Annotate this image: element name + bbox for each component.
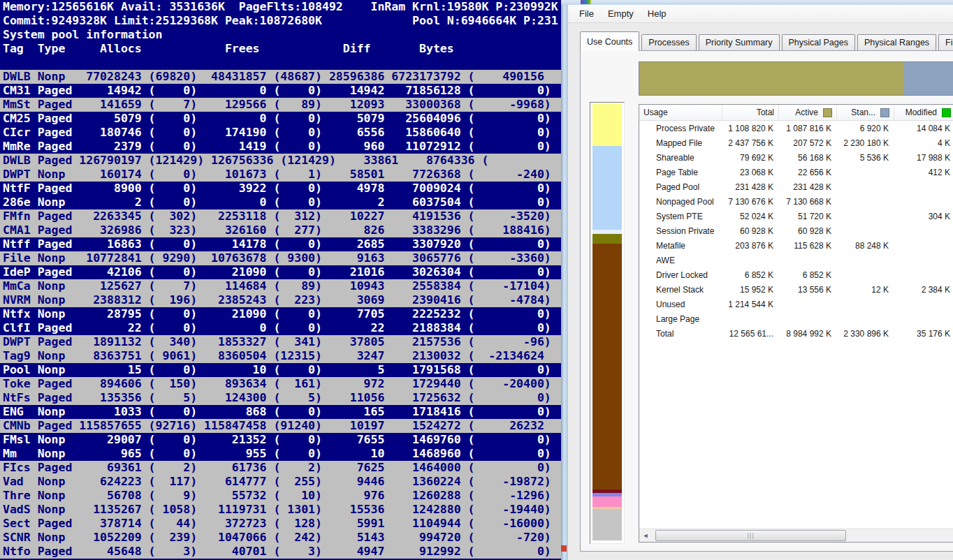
- tab-processes[interactable]: Processes: [641, 34, 696, 51]
- table-row[interactable]: Metafile203 876 K115 628 K88 248 K: [639, 238, 953, 253]
- console-header-line-2: Commit:9249328K Limit:25129368K Peak:108…: [0, 14, 561, 28]
- cell-total: 2 437 756 K: [722, 138, 779, 148]
- cell-usage: Large Page: [639, 314, 722, 324]
- column-header-usage: Usage: [639, 105, 722, 120]
- cell-usage: Kernel Stack: [639, 285, 722, 295]
- table-row[interactable]: Shareable79 692 K56 168 K5 536 K17 988 K: [639, 150, 953, 165]
- legend-swatch: [823, 108, 832, 117]
- menu-item-file[interactable]: File: [572, 6, 601, 21]
- cell-total: 7 130 676 K: [722, 197, 779, 207]
- cell-active: 7 130 668 K: [779, 197, 837, 207]
- pool-tag-row: SCNR Nonp 1052209 ( 239) 1047066 ( 242) …: [0, 531, 561, 545]
- table-row[interactable]: System PTE52 024 K51 720 K304 K: [639, 209, 953, 223]
- usage-table-header: UsageTotalActiveStan...Modified: [639, 105, 953, 121]
- pool-tag-row: Thre Nonp 56708 ( 9) 55732 ( 10) 976 126…: [0, 489, 561, 503]
- table-row[interactable]: Large Page: [639, 311, 953, 326]
- column-header-label: Total: [757, 108, 774, 117]
- memory-map-bar-fill: [592, 104, 622, 542]
- legend-swatch: [942, 108, 951, 117]
- cell-active: 1 087 816 K: [779, 124, 837, 133]
- memory-map-segment-light-blue: [592, 146, 622, 230]
- column-header-active: Active: [779, 105, 837, 120]
- pool-tag-row: Ntfx Nonp 28795 ( 0) 21090 ( 0) 7705 222…: [0, 307, 561, 321]
- table-row[interactable]: Session Private60 928 K60 928 K: [639, 223, 953, 238]
- window-icon: [581, 0, 591, 4]
- table-row[interactable]: Total12 565 61...8 984 992 K2 330 896 K3…: [639, 326, 953, 341]
- cell-stan: 5 536 K: [837, 153, 894, 163]
- column-header-modified: Modified: [894, 105, 953, 120]
- usage-table[interactable]: UsageTotalActiveStan...Modified Process …: [639, 104, 953, 543]
- tab-physical-pages[interactable]: Physical Pages: [782, 34, 855, 51]
- window-top-border: [561, 0, 953, 5]
- cell-active: 13 556 K: [779, 285, 837, 295]
- memory-map-segment-yellow: [592, 104, 622, 146]
- tab-file-summary[interactable]: File Summary: [938, 34, 953, 51]
- cell-total: 23 068 K: [722, 168, 779, 177]
- cell-total: 231 428 K: [722, 182, 779, 192]
- console-header-line-3: System pool information: [0, 28, 561, 42]
- menu-item-empty[interactable]: Empty: [601, 6, 641, 21]
- pool-tag-row: CM31 Paged 14942 ( 0) 0 ( 0) 14942 71856…: [0, 84, 561, 98]
- pool-tag-row: MmSt Paged 141659 ( 7) 129566 ( 89) 1209…: [0, 98, 561, 112]
- table-row[interactable]: Unused1 214 544 K: [639, 297, 953, 311]
- cell-stan: 88 248 K: [837, 241, 894, 251]
- table-row[interactable]: AWE: [639, 253, 953, 267]
- pool-tag-row: FMsl Nonp 29007 ( 0) 21352 ( 0) 7655 146…: [0, 433, 561, 447]
- pool-tag-row: DWPT Paged 1891132 ( 340) 1853327 ( 341)…: [0, 335, 561, 349]
- cell-active: 231 428 K: [779, 182, 837, 192]
- rammap-window[interactable]: FileEmptyHelp UsageTotalActiveStan...Mod…: [561, 0, 953, 560]
- memory-usage-bar: [639, 61, 953, 96]
- cell-active: 207 572 K: [779, 138, 837, 148]
- cell-modified: 412 K: [894, 168, 953, 177]
- table-row[interactable]: Driver Locked6 852 K6 852 K: [639, 267, 953, 282]
- table-row[interactable]: Mapped File2 437 756 K207 572 K2 230 180…: [639, 135, 953, 150]
- table-row[interactable]: Paged Pool231 428 K231 428 K: [639, 179, 953, 194]
- cell-modified: 4 K: [894, 138, 953, 148]
- cell-total: 79 692 K: [722, 153, 779, 163]
- pool-tag-row: CM25 Paged 5079 ( 0) 0 ( 0) 5079 2560409…: [0, 112, 561, 126]
- usage-bar-segment-standby: [904, 62, 953, 95]
- pool-tag-row: VadS Nonp 1135267 ( 1058) 1119731 ( 1301…: [0, 503, 561, 517]
- poolmon-console-window[interactable]: Memory:12565616K Avail: 3531636K PageFlt…: [0, 0, 562, 560]
- cell-modified: 304 K: [894, 212, 953, 221]
- table-row[interactable]: Kernel Stack15 952 K13 556 K12 K2 384 K: [639, 282, 953, 297]
- pool-tag-row: FMfn Paged 2263345 ( 302) 2253118 ( 312)…: [0, 209, 561, 223]
- pool-tag-row: ClfI Paged 22 ( 0) 0 ( 0) 22 2188384 ( 0…: [0, 321, 561, 335]
- menu-bar: FileEmptyHelp: [568, 5, 953, 23]
- cell-usage: Metafile: [639, 241, 722, 251]
- memory-map-segment-pink: [592, 496, 622, 507]
- console-header-line-4: Tag Type Allocs Frees Diff Bytes: [0, 42, 561, 56]
- pool-tag-row: Mm Nonp 965 ( 0) 955 ( 0) 10 1468960 ( 0…: [0, 447, 561, 461]
- cell-usage: Total: [639, 329, 722, 339]
- cell-total: 1 108 820 K: [722, 124, 779, 133]
- table-row[interactable]: Nonpaged Pool7 130 676 K7 130 668 K: [639, 194, 953, 209]
- console-header: Memory:12565616K Avail: 3531636K PageFlt…: [0, 0, 561, 70]
- cell-usage: AWE: [639, 256, 722, 265]
- scroll-left-button[interactable]: ◄: [639, 530, 652, 542]
- table-row[interactable]: Page Table23 068 K22 656 K412 K: [639, 165, 953, 179]
- pool-tag-row: MmCa Nonp 125627 ( 7) 114684 ( 89) 10943…: [0, 279, 561, 293]
- column-header-label: Active: [795, 108, 818, 117]
- memory-map-bar: [590, 102, 625, 544]
- tab-physical-ranges[interactable]: Physical Ranges: [857, 34, 936, 51]
- menu-item-help[interactable]: Help: [641, 6, 674, 21]
- scrollbar-thumb[interactable]: |||: [655, 530, 846, 541]
- cell-stan: 12 K: [837, 285, 894, 295]
- tab-use-counts[interactable]: Use Counts: [580, 31, 639, 51]
- tab-priority-summary[interactable]: Priority Summary: [699, 34, 780, 51]
- column-header-stan: Stan...: [837, 105, 894, 120]
- cell-usage: Shareable: [639, 153, 722, 163]
- cell-usage: Paged Pool: [639, 182, 722, 192]
- background-window-sliver: [561, 545, 567, 552]
- cell-total: 6 852 K: [722, 270, 779, 280]
- cell-stan: 2 230 180 K: [837, 138, 894, 148]
- pool-tag-row: IdeP Paged 42106 ( 0) 21090 ( 0) 21016 3…: [0, 265, 561, 279]
- cell-usage: Process Private: [639, 124, 722, 133]
- cell-active: 22 656 K: [779, 168, 837, 177]
- cell-stan: 2 330 896 K: [837, 329, 894, 339]
- table-row[interactable]: Process Private1 108 820 K1 087 816 K6 9…: [639, 121, 953, 135]
- cell-total: 203 876 K: [722, 241, 779, 251]
- memory-map-segment-silver: [592, 509, 622, 540]
- cell-usage: Unused: [639, 300, 722, 309]
- horizontal-scrollbar[interactable]: ◄ |||: [639, 529, 953, 542]
